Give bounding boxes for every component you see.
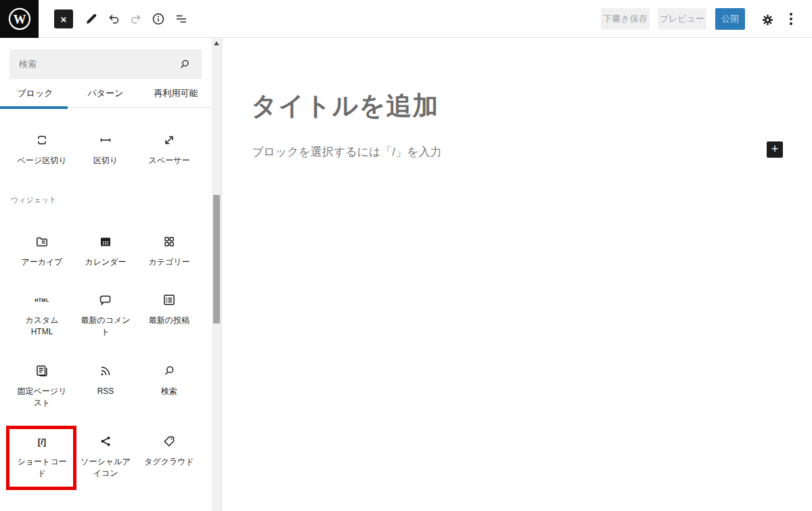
plus-icon: + <box>771 141 778 156</box>
html-text-icon: HTML <box>35 298 49 303</box>
spacer-icon <box>161 132 177 148</box>
options-menu-button[interactable] <box>783 11 799 27</box>
pencil-icon <box>83 11 99 27</box>
tab-patterns[interactable]: パターン <box>70 79 141 107</box>
tag-icon <box>161 433 177 449</box>
archive-icon <box>34 234 50 250</box>
block-grid-row: 固定ページリスト RSS <box>10 363 202 409</box>
search-icon <box>161 363 177 379</box>
scrollbar-up-arrow-icon[interactable] <box>214 41 219 45</box>
block-item-tag-cloud[interactable]: タグクラウド <box>137 433 201 479</box>
close-icon: × <box>61 14 67 25</box>
shortcode-text-icon: [/] <box>38 437 46 447</box>
block-item-custom-html[interactable]: HTML カスタムHTML <box>10 292 74 338</box>
block-item-categories[interactable]: カテゴリー <box>137 234 201 268</box>
block-item-shortcode[interactable]: [/] ショートコード <box>10 433 74 479</box>
widget-section-label: ウィジェット <box>11 195 57 205</box>
info-icon <box>150 11 166 27</box>
list-view-button[interactable] <box>173 11 189 27</box>
active-tab-indicator <box>0 106 68 109</box>
block-item-search[interactable]: 検索 <box>137 363 201 409</box>
save-draft-button[interactable]: 下書き保存 <box>601 8 650 30</box>
share-icon <box>97 433 114 449</box>
editor-topbar: W × <box>0 0 812 38</box>
publish-button[interactable]: 公開 <box>715 8 745 30</box>
settings-button[interactable] <box>759 12 775 28</box>
block-item-page-list[interactable]: 固定ページリスト <box>10 363 74 409</box>
add-block-button[interactable]: + <box>767 141 783 158</box>
block-item-archives[interactable]: アーカイブ <box>10 234 74 268</box>
latest-posts-icon <box>161 292 177 308</box>
tab-blocks[interactable]: ブロック <box>0 79 70 107</box>
redo-icon <box>128 11 144 27</box>
empty-block-placeholder[interactable]: ブロックを選択するには「/」を入力 <box>252 144 442 160</box>
editor-canvas: タイトルを追加 ブロックを選択するには「/」を入力 + <box>222 39 812 511</box>
post-title-input[interactable]: タイトルを追加 <box>251 89 438 123</box>
tab-reusable[interactable]: 再利用可能 <box>141 79 211 107</box>
gear-icon <box>760 12 775 28</box>
block-search-input[interactable]: 検索 <box>9 49 202 79</box>
page-list-icon <box>34 363 50 379</box>
page-break-icon <box>34 132 50 148</box>
ellipsis-vertical-icon <box>790 13 792 25</box>
block-grid-row: [/] ショートコード ソーシャルアイコン <box>10 433 202 479</box>
undo-icon <box>106 11 122 27</box>
scrollbar-thumb[interactable] <box>213 195 220 324</box>
inserter-tabs: ブロック パターン 再利用可能 <box>0 79 212 108</box>
block-grid-row: HTML カスタムHTML 最新のコメント <box>10 292 202 338</box>
block-item-social-icons[interactable]: ソーシャルアイコン <box>74 433 137 479</box>
edit-mode-button[interactable] <box>83 11 99 27</box>
preview-button[interactable]: プレビュー <box>658 8 706 30</box>
block-item-latest-comments[interactable]: 最新のコメント <box>74 292 137 338</box>
close-inserter-button[interactable]: × <box>54 9 73 28</box>
rss-icon <box>97 363 114 379</box>
block-item-rss[interactable]: RSS <box>74 363 137 409</box>
sidebar-scrollbar[interactable] <box>212 39 221 511</box>
redo-button[interactable] <box>128 11 144 27</box>
search-placeholder: 検索 <box>19 58 177 70</box>
details-button[interactable] <box>150 11 166 27</box>
separator-icon <box>97 132 114 148</box>
list-view-icon <box>173 11 189 27</box>
block-item-latest-posts[interactable]: 最新の投稿 <box>137 292 201 338</box>
comment-icon <box>97 292 114 308</box>
wordpress-block-editor: W × <box>0 0 812 511</box>
wordpress-logo-icon: W <box>7 7 32 31</box>
block-item-page-break[interactable]: ページ区切り <box>10 132 74 166</box>
wordpress-logo[interactable]: W <box>0 0 39 38</box>
search-icon <box>177 57 192 72</box>
svg-text:W: W <box>13 12 26 26</box>
undo-button[interactable] <box>106 11 122 27</box>
calendar-icon <box>97 234 114 250</box>
block-item-calendar[interactable]: カレンダー <box>74 234 137 268</box>
block-inserter-panel: 検索 ブロック パターン 再利用可能 ページ区切り <box>0 39 212 511</box>
block-grid-row: ページ区切り 区切り スペーサー <box>10 132 202 166</box>
block-item-separator[interactable]: 区切り <box>74 132 137 166</box>
category-icon <box>161 234 177 250</box>
block-item-spacer[interactable]: スペーサー <box>137 132 201 166</box>
block-grid-row: アーカイブ カレンダー <box>10 234 202 268</box>
